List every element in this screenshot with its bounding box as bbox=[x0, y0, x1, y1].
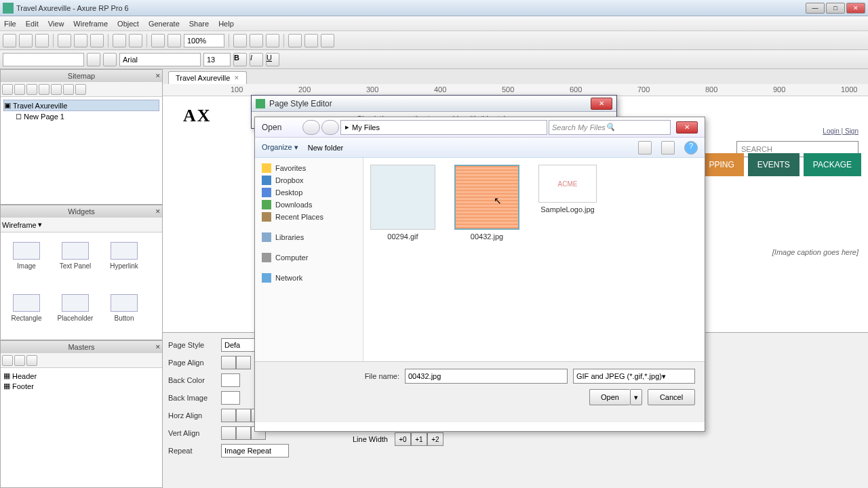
menu-object[interactable]: Object bbox=[117, 20, 139, 28]
master-tool-c[interactable] bbox=[26, 355, 37, 366]
lock-button[interactable] bbox=[321, 34, 334, 47]
favorites-group[interactable]: Favorites bbox=[255, 162, 363, 174]
zoom-select[interactable]: 100% bbox=[184, 34, 224, 47]
menu-view[interactable]: View bbox=[48, 20, 64, 28]
pse-close-button[interactable]: ✕ bbox=[591, 98, 612, 110]
undo-button[interactable] bbox=[113, 34, 126, 47]
format-button[interactable] bbox=[103, 53, 117, 66]
fontsize-select[interactable]: 13 bbox=[203, 53, 231, 66]
italic-button[interactable]: I bbox=[250, 53, 263, 66]
computer-group[interactable]: Computer bbox=[255, 251, 363, 264]
canvas-tab[interactable]: Travel Axureville✕ bbox=[168, 71, 247, 84]
halign-c[interactable] bbox=[236, 409, 251, 422]
valign-t[interactable] bbox=[221, 426, 236, 440]
paste-button[interactable] bbox=[90, 34, 104, 47]
search-input[interactable]: Search My Files 🔍 bbox=[549, 120, 671, 135]
redo-button[interactable] bbox=[129, 34, 142, 47]
tree-child[interactable]: ◻ New Page 1 bbox=[16, 111, 159, 121]
preview-pane-button[interactable] bbox=[661, 141, 675, 155]
widget-rectangle[interactable]: Rectangle bbox=[3, 287, 50, 328]
tool-a[interactable] bbox=[151, 34, 165, 47]
open-button[interactable] bbox=[19, 34, 33, 47]
back-color-swatch[interactable] bbox=[221, 373, 240, 387]
move-up-button[interactable] bbox=[14, 84, 25, 95]
masters-close-icon[interactable]: ✕ bbox=[155, 344, 161, 350]
nav-package[interactable]: PACKAGE bbox=[804, 153, 861, 176]
open-close-button[interactable]: ✕ bbox=[676, 121, 698, 134]
menu-wireframe[interactable]: Wireframe bbox=[73, 20, 108, 28]
widget-hyperlink[interactable]: Hyperlink bbox=[101, 235, 147, 276]
widget-placeholder[interactable]: Placeholder bbox=[52, 287, 98, 328]
tab-close-icon[interactable]: ✕ bbox=[234, 75, 239, 81]
close-button[interactable]: ✕ bbox=[846, 3, 865, 14]
side-downloads[interactable]: Downloads bbox=[255, 199, 363, 211]
nav-back-button[interactable] bbox=[302, 120, 320, 135]
open-file-button[interactable]: Open bbox=[589, 389, 630, 405]
login-link[interactable]: Login | Sign bbox=[823, 127, 859, 135]
add-master-button[interactable] bbox=[2, 355, 13, 366]
copy-button[interactable] bbox=[74, 34, 87, 47]
menu-help[interactable]: Help bbox=[218, 20, 234, 28]
widget-image[interactable]: Image bbox=[3, 235, 50, 276]
valign-m[interactable] bbox=[236, 426, 251, 440]
side-dropbox[interactable]: Dropbox bbox=[255, 174, 363, 186]
halign-l[interactable] bbox=[221, 409, 236, 422]
filetype-select[interactable]: GIF and JPEG (*.gif,*.jpg) ▾ bbox=[573, 369, 695, 384]
minimize-button[interactable]: — bbox=[806, 3, 825, 14]
nav-fwd-button[interactable] bbox=[321, 120, 339, 135]
lw-0[interactable]: +0 bbox=[395, 432, 411, 446]
organize-menu[interactable]: Organize ▾ bbox=[262, 143, 298, 152]
lw-2[interactable]: +2 bbox=[427, 432, 443, 446]
help-button[interactable]: ? bbox=[684, 141, 698, 155]
style-select[interactable] bbox=[3, 53, 84, 66]
move-down-button[interactable] bbox=[26, 84, 37, 95]
widgets-close-icon[interactable]: ✕ bbox=[155, 208, 161, 215]
align-left[interactable] bbox=[221, 356, 236, 369]
widget-button[interactable]: Button bbox=[101, 287, 147, 328]
ungroup-button[interactable] bbox=[304, 34, 318, 47]
file-item[interactable]: 00294.gif bbox=[370, 165, 435, 241]
bold-button[interactable]: B bbox=[233, 53, 247, 66]
master-tool-b[interactable] bbox=[14, 355, 25, 366]
new-folder-button[interactable]: New folder bbox=[308, 144, 344, 152]
cancel-button[interactable]: Cancel bbox=[648, 389, 695, 405]
master-header[interactable]: ▦ Header bbox=[3, 371, 159, 381]
view-mode-button[interactable] bbox=[638, 141, 652, 155]
tree-root[interactable]: ▣ Travel Axureville bbox=[3, 100, 159, 111]
outdent-button[interactable] bbox=[39, 84, 50, 95]
open-split-button[interactable]: ▾ bbox=[630, 389, 642, 405]
underline-button[interactable]: U bbox=[266, 53, 279, 66]
menu-file[interactable]: File bbox=[4, 20, 16, 28]
repeat-select[interactable]: Image Repeat bbox=[221, 444, 289, 458]
paint-button[interactable] bbox=[87, 53, 100, 66]
save-button[interactable] bbox=[35, 34, 49, 47]
side-recent[interactable]: Recent Places bbox=[255, 211, 363, 223]
align-center[interactable] bbox=[236, 356, 251, 369]
side-desktop[interactable]: Desktop bbox=[255, 186, 363, 199]
add-page-button[interactable] bbox=[2, 84, 13, 95]
group-button[interactable] bbox=[288, 34, 302, 47]
master-footer[interactable]: ▦ Footer bbox=[3, 381, 159, 391]
maximize-button[interactable]: □ bbox=[826, 3, 845, 14]
back-image-button[interactable] bbox=[221, 391, 240, 405]
sitemap-close-icon[interactable]: ✕ bbox=[155, 73, 161, 79]
new-button[interactable] bbox=[3, 34, 16, 47]
file-item[interactable]: ACME SampleLogo.jpg bbox=[538, 165, 597, 214]
nav-events[interactable]: EVENTS bbox=[748, 153, 800, 176]
lw-1[interactable]: +1 bbox=[411, 432, 427, 446]
file-item-selected[interactable]: 00432.jpg bbox=[454, 165, 519, 241]
menu-generate[interactable]: Generate bbox=[149, 20, 180, 28]
widget-textpanel[interactable]: Text Panel bbox=[52, 235, 98, 276]
menu-edit[interactable]: Edit bbox=[26, 20, 39, 28]
network-group[interactable]: Network bbox=[255, 272, 363, 284]
delete-page-button[interactable] bbox=[63, 84, 74, 95]
indent-button[interactable] bbox=[51, 84, 62, 95]
align-left-button[interactable] bbox=[233, 34, 247, 47]
libraries-group[interactable]: Libraries bbox=[255, 231, 363, 243]
align-right-button[interactable] bbox=[266, 34, 279, 47]
menu-share[interactable]: Share bbox=[189, 20, 209, 28]
breadcrumb[interactable]: ▸ My Files bbox=[340, 120, 547, 135]
font-select[interactable]: Arial bbox=[119, 53, 201, 66]
search-page-button[interactable] bbox=[75, 84, 86, 95]
cut-button[interactable] bbox=[58, 34, 71, 47]
